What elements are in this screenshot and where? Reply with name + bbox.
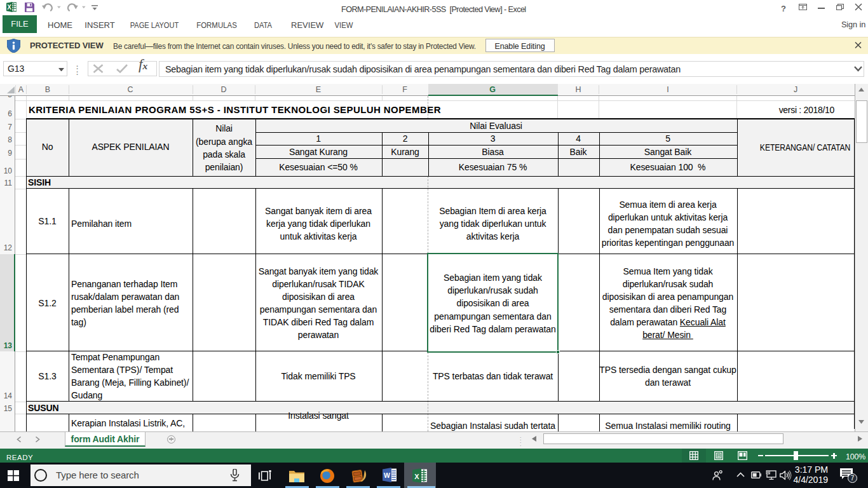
svg-text:X: X [7,4,11,11]
svg-text:W: W [384,471,390,479]
svg-text:X: X [414,473,419,480]
